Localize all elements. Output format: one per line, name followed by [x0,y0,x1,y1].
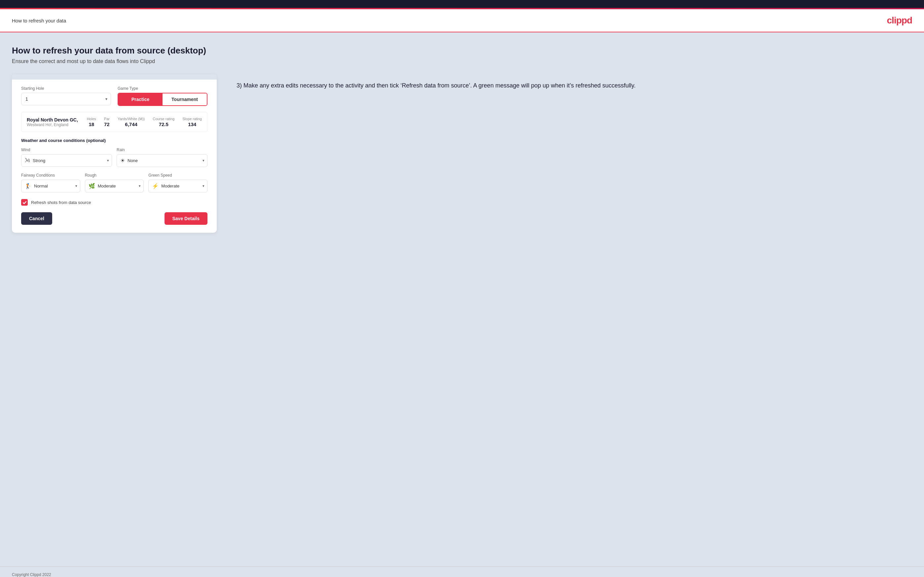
footer-copyright: Copyright Clippd 2022 [12,572,51,577]
header-title: How to refresh your data [12,18,66,23]
yards-label: Yards/White (M)) [118,117,145,121]
course-row: Royal North Devon GC, Westward Ho!, Engl… [21,112,207,132]
rain-label: Rain [116,148,207,152]
course-location: Westward Ho!, England [27,122,87,127]
refresh-checkbox-label: Refresh shots from data source [31,200,91,205]
top-bar [0,0,924,9]
course-info: Royal North Devon GC, Westward Ho!, Engl… [27,117,87,127]
holes-value: 18 [89,121,94,127]
wind-group: Wind 🌬 Strong ▾ [21,148,112,167]
cancel-button[interactable]: Cancel [21,212,52,225]
conditions-section-title: Weather and course conditions (optional) [21,138,207,143]
fairway-chevron-icon: ▾ [75,184,77,188]
content-area: Starting Hole 1 10 ▾ Game Type Practice … [12,74,912,233]
logo: clippd [887,15,912,26]
par-value: 72 [104,121,110,127]
fairway-value: Normal [34,184,48,189]
page-heading: How to refresh your data from source (de… [12,45,912,56]
practice-button[interactable]: Practice [118,93,163,105]
wind-chevron-icon: ▾ [107,158,109,163]
green-speed-label: Green Speed [148,173,207,177]
starting-hole-group: Starting Hole 1 10 ▾ [21,86,111,106]
side-text-paragraph: 3) Make any extra edits necessary to the… [236,81,912,90]
starting-hole-select-wrapper[interactable]: 1 10 ▾ [21,93,111,105]
holes-stat: Holes 18 [87,117,96,127]
rain-value: None [128,158,138,163]
wind-select[interactable]: 🌬 Strong ▾ [21,154,112,167]
yards-value: 6,744 [125,121,137,127]
course-rating-value: 72.5 [159,121,168,127]
green-speed-chevron-icon: ▾ [202,184,205,188]
green-speed-value: Moderate [161,184,179,189]
yards-stat: Yards/White (M)) 6,744 [118,117,145,127]
top-bar-accent [0,8,924,9]
starting-hole-select[interactable]: 1 10 [21,93,111,105]
par-label: Par [104,117,110,121]
top-form-row: Starting Hole 1 10 ▾ Game Type Practice … [21,86,207,106]
holes-label: Holes [87,117,96,121]
rain-group: Rain ☀ None ▾ [116,148,207,167]
rough-label: Rough [85,173,144,177]
header: How to refresh your data clippd [0,9,924,32]
rough-value: Moderate [98,184,116,189]
main-content: How to refresh your data from source (de… [0,32,924,566]
game-type-group: Game Type Practice Tournament [118,86,207,106]
card-top-bar [12,74,217,79]
wind-value: Strong [33,158,45,163]
tournament-button[interactable]: Tournament [163,93,207,105]
rough-select[interactable]: 🌿 Moderate ▾ [85,180,144,192]
slope-rating-value: 134 [188,121,196,127]
rain-select[interactable]: ☀ None ▾ [116,154,207,167]
rough-chevron-icon: ▾ [139,184,141,188]
course-conditions-grid: Fairway Conditions 🏌 Normal ▾ Rough 🌿 Mo… [21,173,207,192]
footer: Copyright Clippd 2022 [0,566,924,577]
course-rating-stat: Course rating 72.5 [153,117,174,127]
fairway-label: Fairway Conditions [21,173,80,177]
rain-icon: ☀ [120,158,125,164]
wind-icon: 🌬 [25,158,30,163]
starting-hole-label: Starting Hole [21,86,111,91]
refresh-checkbox[interactable] [21,199,28,206]
rough-icon: 🌿 [89,183,95,189]
check-icon [23,200,27,205]
slope-rating-stat: Slope rating 134 [183,117,202,127]
game-type-buttons: Practice Tournament [118,93,207,106]
course-name: Royal North Devon GC, [27,117,87,122]
rough-group: Rough 🌿 Moderate ▾ [85,173,144,192]
fairway-group: Fairway Conditions 🏌 Normal ▾ [21,173,80,192]
page-subheading: Ensure the correct and most up to date d… [12,58,912,64]
green-speed-icon: ⚡ [152,183,158,189]
course-rating-label: Course rating [153,117,174,121]
button-row: Cancel Save Details [21,212,207,225]
wind-rain-grid: Wind 🌬 Strong ▾ Rain ☀ None ▾ [21,148,207,167]
form-card: Starting Hole 1 10 ▾ Game Type Practice … [12,74,217,233]
fairway-icon: 🏌 [25,183,31,189]
refresh-checkbox-row: Refresh shots from data source [21,199,207,206]
rain-chevron-icon: ▾ [202,158,205,163]
par-stat: Par 72 [104,117,110,127]
save-details-button[interactable]: Save Details [165,212,208,225]
green-speed-select[interactable]: ⚡ Moderate ▾ [148,180,207,192]
green-speed-group: Green Speed ⚡ Moderate ▾ [148,173,207,192]
game-type-label: Game Type [118,86,207,91]
side-text: 3) Make any extra edits necessary to the… [236,74,912,90]
slope-rating-label: Slope rating [183,117,202,121]
wind-label: Wind [21,148,112,152]
fairway-select[interactable]: 🏌 Normal ▾ [21,180,80,192]
course-stats: Holes 18 Par 72 Yards/White (M)) 6,744 C… [87,117,202,127]
